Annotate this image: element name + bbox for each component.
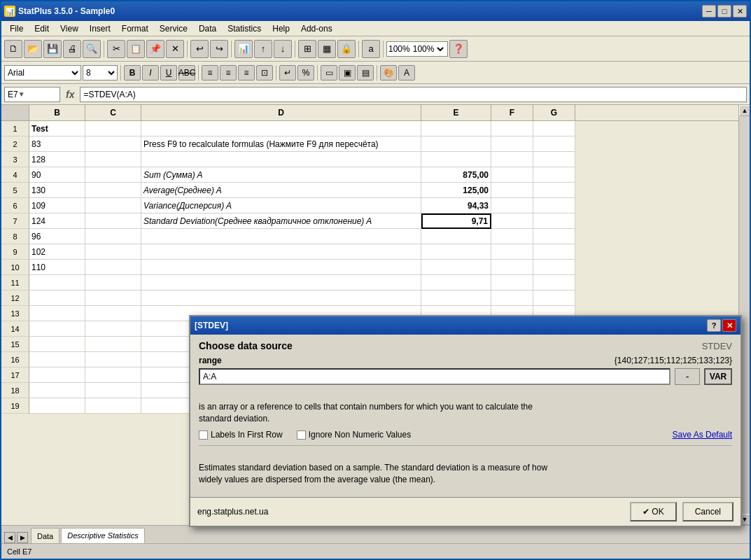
menu-data[interactable]: Data bbox=[193, 22, 222, 35]
cell-g10[interactable] bbox=[533, 260, 575, 275]
cell-d7[interactable]: Standard Deviation(Среднее квадратичное … bbox=[141, 214, 421, 229]
open-button[interactable]: 📂 bbox=[24, 40, 42, 58]
sort-asc-button[interactable]: ↑ bbox=[254, 40, 272, 58]
range-input[interactable]: A:A bbox=[199, 368, 671, 385]
cell-g7[interactable] bbox=[533, 214, 575, 229]
cell-d1[interactable] bbox=[141, 121, 421, 136]
cell-c6[interactable] bbox=[85, 198, 141, 214]
cell-d6[interactable]: Variance(Дисперсия) A bbox=[141, 198, 421, 214]
cell-g3[interactable] bbox=[533, 152, 575, 167]
cell-c8[interactable] bbox=[85, 229, 141, 244]
zoom-select[interactable]: 100%75%125% bbox=[410, 43, 446, 55]
cell-b3[interactable]: 128 bbox=[29, 152, 85, 167]
cell-g4[interactable] bbox=[533, 167, 575, 183]
scroll-up-button[interactable]: ▲ bbox=[739, 105, 750, 116]
cell-d5[interactable]: Average(Среднее) A bbox=[141, 183, 421, 198]
bold-button[interactable]: B bbox=[124, 65, 141, 80]
cell-c4[interactable] bbox=[85, 167, 141, 183]
cell-e7[interactable]: 9,71 bbox=[421, 214, 491, 229]
cell-f3[interactable] bbox=[491, 152, 533, 167]
scroll-tab-left[interactable]: ◀ bbox=[4, 532, 15, 543]
fill-color-button[interactable]: 🎨 bbox=[380, 65, 397, 80]
cell-b9[interactable]: 102 bbox=[29, 244, 85, 260]
dialog-help-button[interactable]: ? bbox=[707, 319, 721, 332]
cell-g1[interactable] bbox=[533, 121, 575, 136]
menu-addons[interactable]: Add-ons bbox=[295, 22, 338, 35]
menu-help[interactable]: Help bbox=[267, 22, 295, 35]
freeze-button[interactable]: 🔒 bbox=[337, 40, 356, 58]
font-name-select[interactable]: Arial bbox=[4, 65, 81, 80]
cell-d9[interactable] bbox=[141, 244, 421, 260]
paste-button[interactable]: 📌 bbox=[146, 40, 164, 58]
close-button[interactable]: ✕ bbox=[733, 5, 747, 18]
menu-file[interactable]: File bbox=[4, 22, 29, 35]
cell-d3[interactable] bbox=[141, 152, 421, 167]
cell-e8[interactable] bbox=[421, 229, 491, 244]
cell-e1[interactable] bbox=[421, 121, 491, 136]
italic-button[interactable]: I bbox=[142, 65, 159, 80]
cell-b7[interactable]: 124 bbox=[29, 214, 85, 229]
cell-e3[interactable] bbox=[421, 152, 491, 167]
cell-f10[interactable] bbox=[491, 260, 533, 275]
cell-g9[interactable] bbox=[533, 244, 575, 260]
sort-desc-button[interactable]: ↓ bbox=[274, 40, 292, 58]
cell-c9[interactable] bbox=[85, 244, 141, 260]
align-center-button[interactable]: ≡ bbox=[220, 65, 237, 80]
save-button[interactable]: 💾 bbox=[43, 40, 62, 58]
cell-f9[interactable] bbox=[491, 244, 533, 260]
menu-edit[interactable]: Edit bbox=[29, 22, 55, 35]
border3-button[interactable]: ▤ bbox=[357, 65, 374, 80]
redo-button[interactable]: ↪ bbox=[210, 40, 228, 58]
border-button[interactable]: ▭ bbox=[321, 65, 337, 80]
cell-e10[interactable] bbox=[421, 260, 491, 275]
underline-button[interactable]: U bbox=[160, 65, 177, 80]
cell-f7[interactable] bbox=[491, 214, 533, 229]
formula-input-box[interactable]: =STDEV(A:A) bbox=[80, 87, 747, 102]
help-button[interactable]: ❓ bbox=[449, 40, 468, 58]
cell-d10[interactable] bbox=[141, 260, 421, 275]
cell-f6[interactable] bbox=[491, 198, 533, 214]
wrap-button[interactable]: ↵ bbox=[279, 65, 296, 80]
cell-f2[interactable] bbox=[491, 136, 533, 152]
merge-button[interactable]: ⊞ bbox=[298, 40, 316, 58]
zoom-control[interactable]: 100% 100%75%125% bbox=[386, 41, 448, 57]
percent-button[interactable]: % bbox=[297, 65, 314, 80]
cell-f1[interactable] bbox=[491, 121, 533, 136]
menu-service[interactable]: Service bbox=[154, 22, 193, 35]
save-as-default-link[interactable]: Save As Default bbox=[673, 430, 732, 440]
cell-g2[interactable] bbox=[533, 136, 575, 152]
cut-button[interactable]: ✂ bbox=[107, 40, 125, 58]
merge-cells-button[interactable]: ⊡ bbox=[256, 65, 273, 80]
cell-g6[interactable] bbox=[533, 198, 575, 214]
cell-c10[interactable] bbox=[85, 260, 141, 275]
font-size-select[interactable]: 8 bbox=[83, 65, 118, 80]
cancel-button[interactable]: Cancel bbox=[682, 502, 734, 522]
cell-g8[interactable] bbox=[533, 229, 575, 244]
labels-first-row-checkbox[interactable] bbox=[199, 430, 208, 440]
font-color-button[interactable]: A bbox=[398, 65, 415, 80]
cell-c2[interactable] bbox=[85, 136, 141, 152]
stdev-dialog[interactable]: [STDEV] ? ✕ Choose data source STDEV ran… bbox=[189, 315, 742, 527]
cell-e2[interactable] bbox=[421, 136, 491, 152]
menu-view[interactable]: View bbox=[55, 22, 84, 35]
cell-b11[interactable] bbox=[29, 275, 85, 290]
tab-data[interactable]: Data bbox=[31, 528, 59, 543]
undo-button[interactable]: ↩ bbox=[190, 40, 209, 58]
cell-e4[interactable]: 875,00 bbox=[421, 167, 491, 183]
cell-f5[interactable] bbox=[491, 183, 533, 198]
cell-b1[interactable]: Test bbox=[29, 121, 85, 136]
copy-button[interactable]: 📋 bbox=[127, 40, 145, 58]
align-right-button[interactable]: ≡ bbox=[238, 65, 255, 80]
chart-button[interactable]: 📊 bbox=[234, 40, 253, 58]
cell-b4[interactable]: 90 bbox=[29, 167, 85, 183]
tab-descriptive-statistics[interactable]: Descriptive Statistics bbox=[61, 528, 144, 543]
cell-b10[interactable]: 110 bbox=[29, 260, 85, 275]
table-button[interactable]: ▦ bbox=[318, 40, 336, 58]
scroll-tab-right[interactable]: ▶ bbox=[17, 532, 28, 543]
cell-e6[interactable]: 94,33 bbox=[421, 198, 491, 214]
cell-b8[interactable]: 96 bbox=[29, 229, 85, 244]
format-btn[interactable]: a bbox=[362, 40, 380, 58]
preview-button[interactable]: 🔍 bbox=[83, 40, 101, 58]
menu-insert[interactable]: Insert bbox=[84, 22, 116, 35]
cell-g5[interactable] bbox=[533, 183, 575, 198]
